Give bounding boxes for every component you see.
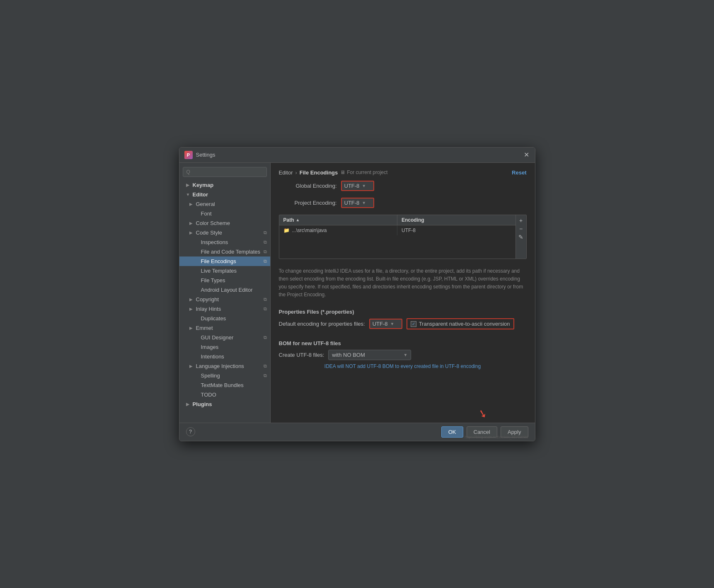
app-icon: P <box>184 151 193 159</box>
default-encoding-select[interactable]: UTF-8 ▼ <box>369 319 402 329</box>
encoding-table: Path ▲ Encoding 📁 ...\src\ma <box>279 215 527 259</box>
sidebar-item-keymap[interactable]: ▶ Keymap <box>179 180 270 190</box>
sidebar-label-intentions: Intentions <box>201 353 224 360</box>
sidebar-label-todo: TODO <box>201 392 216 398</box>
sidebar-label-inspections: Inspections <box>201 239 228 245</box>
sidebar-item-editor[interactable]: ▼ Editor <box>179 190 270 199</box>
idea-note-suffix: to every created file in UTF-8 encoding <box>394 363 481 369</box>
sidebar-label-copyright: Copyright <box>196 296 219 302</box>
sidebar-item-file-encodings[interactable]: File Encodings ⧉ <box>179 256 270 266</box>
idea-note-link[interactable]: UTF-8 BOM <box>367 363 394 369</box>
table-main: Path ▲ Encoding 📁 ...\src\ma <box>279 215 516 259</box>
breadcrumb-editor[interactable]: Editor <box>279 169 293 176</box>
sidebar-label-images: Images <box>201 344 219 350</box>
info-icon: 🖥 <box>340 169 345 175</box>
path-value: ...\src\main\java <box>292 227 327 233</box>
breadcrumb: Editor › File Encodings 🖥 For current pr… <box>279 169 527 176</box>
copy-icon-file-code-templates: ⧉ <box>264 249 267 254</box>
sidebar-item-plugins[interactable]: ▶ Plugins <box>179 399 270 409</box>
sidebar-item-inlay-hints[interactable]: ▶ Inlay Hints ⧉ <box>179 304 270 314</box>
transparent-conversion-checkbox[interactable]: ✓ <box>411 321 416 327</box>
sidebar-item-copyright[interactable]: ▶ Copyright ⧉ <box>179 295 270 304</box>
create-utf8-label: Create UTF-8 files: <box>279 352 324 358</box>
edit-path-button[interactable]: ✎ <box>518 233 525 241</box>
ok-button[interactable]: OK <box>441 426 463 438</box>
sidebar-label-file-types: File Types <box>201 277 225 283</box>
sidebar-item-font[interactable]: Font <box>179 209 270 218</box>
folder-icon: 📁 <box>283 227 290 233</box>
sidebar-label-editor: Editor <box>193 191 208 198</box>
copy-icon-file-encodings: ⧉ <box>264 259 267 264</box>
table-actions: + − ✎ <box>516 215 526 259</box>
global-encoding-row: Global Encoding: UTF-8 ▼ <box>279 181 527 191</box>
sidebar-item-code-style[interactable]: ▶ Code Style ⧉ <box>179 228 270 237</box>
footer-left: ? <box>186 427 195 436</box>
sidebar-item-android-layout-editor[interactable]: Android Layout Editor <box>179 285 270 295</box>
sidebar-item-duplicates[interactable]: Duplicates <box>179 314 270 323</box>
sidebar-label-file-encodings: File Encodings <box>201 258 236 264</box>
description-text: To change encoding IntelliJ IDEA uses fo… <box>279 264 527 302</box>
project-encoding-select[interactable]: UTF-8 ▼ <box>341 198 374 208</box>
sidebar-label-android-layout-editor: Android Layout Editor <box>201 287 253 293</box>
sidebar: ▶ Keymap ▼ Editor ▶ General Font ▶ Colo <box>179 163 271 423</box>
sidebar-label-general: General <box>196 201 215 207</box>
breadcrumb-left: Editor › File Encodings 🖥 For current pr… <box>279 169 388 176</box>
sidebar-item-file-code-templates[interactable]: File and Code Templates ⧉ <box>179 247 270 256</box>
sidebar-item-textmate-bundles[interactable]: TextMate Bundles <box>179 380 270 390</box>
dialog-title: Settings <box>196 152 215 158</box>
help-button[interactable]: ? <box>186 427 195 436</box>
sidebar-label-textmate-bundles: TextMate Bundles <box>201 382 244 388</box>
copy-icon-spelling: ⧉ <box>264 373 267 378</box>
dialog-footer: ? ➘ OK Cancel Apply https://blog.csdn.ne… <box>179 423 535 441</box>
encoding-column-label: Encoding <box>402 217 424 223</box>
sidebar-label-live-templates: Live Templates <box>201 268 237 274</box>
path-column-label: Path <box>283 217 294 223</box>
sidebar-item-intentions[interactable]: Intentions <box>179 352 270 361</box>
add-path-button[interactable]: + <box>518 217 525 224</box>
global-encoding-select[interactable]: UTF-8 ▼ <box>341 181 374 191</box>
sidebar-item-spelling[interactable]: Spelling ⧉ <box>179 371 270 380</box>
transparent-conversion-label: Transparent native-to-ascii conversion <box>419 321 510 327</box>
sidebar-item-images[interactable]: Images <box>179 342 270 352</box>
sidebar-item-language-injections[interactable]: ▶ Language Injections ⧉ <box>179 361 270 371</box>
close-button[interactable]: ✕ <box>523 152 530 158</box>
breadcrumb-arrow: › <box>295 169 297 176</box>
copy-icon-copyright: ⧉ <box>264 297 267 302</box>
sidebar-item-gui-designer[interactable]: GUI Designer ⧉ <box>179 333 270 342</box>
reset-button[interactable]: Reset <box>512 169 526 176</box>
sort-arrow-path[interactable]: ▲ <box>296 218 300 222</box>
sidebar-item-todo[interactable]: TODO <box>179 390 270 399</box>
sidebar-item-live-templates[interactable]: Live Templates <box>179 266 270 276</box>
expand-arrow-color-scheme: ▶ <box>189 221 194 225</box>
search-input[interactable] <box>183 167 267 177</box>
sidebar-item-file-types[interactable]: File Types <box>179 276 270 285</box>
project-encoding-row: Project Encoding: UTF-8 ▼ <box>279 198 527 208</box>
remove-path-button[interactable]: − <box>518 225 525 232</box>
table-cell-path: 📁 ...\src\main\java <box>279 225 397 235</box>
table-row[interactable]: 📁 ...\src\main\java UTF-8 <box>279 225 516 235</box>
idea-note: IDEA will NOT add UTF-8 BOM to every cre… <box>279 363 527 369</box>
sidebar-label-language-injections: Language Injections <box>196 363 244 369</box>
properties-section: Properties Files (*.properties) Default … <box>279 307 527 332</box>
sidebar-item-inspections[interactable]: Inspections ⧉ <box>179 237 270 247</box>
global-encoding-arrow: ▼ <box>362 184 366 188</box>
table-body: 📁 ...\src\main\java UTF-8 <box>279 225 516 259</box>
sidebar-label-plugins: Plugins <box>193 401 212 407</box>
sidebar-item-general[interactable]: ▶ General <box>179 199 270 209</box>
watermark: https://blog.csdn.net/weixin_46703930 <box>465 435 528 439</box>
table-header-path: Path ▲ <box>279 215 397 225</box>
info-text: For current project <box>347 169 387 175</box>
sidebar-label-spelling: Spelling <box>201 373 220 379</box>
create-utf8-select[interactable]: with NO BOM ▼ <box>328 350 411 360</box>
sidebar-item-emmet[interactable]: ▶ Emmet <box>179 323 270 333</box>
sidebar-item-color-scheme[interactable]: ▶ Color Scheme <box>179 218 270 228</box>
transparent-conversion-container: ✓ Transparent native-to-ascii conversion <box>407 318 514 329</box>
expand-arrow-language-injections: ▶ <box>189 364 194 368</box>
settings-dialog: P Settings ✕ ▶ Keymap ▼ Editor ▶ General <box>179 147 535 441</box>
project-encoding-value: UTF-8 <box>344 200 360 206</box>
expand-arrow-keymap: ▶ <box>186 183 191 187</box>
sidebar-label-file-code-templates: File and Code Templates <box>201 249 261 255</box>
default-encoding-row: Default encoding for properties files: U… <box>279 318 527 329</box>
sidebar-label-gui-designer: GUI Designer <box>201 334 234 341</box>
bom-section: BOM for new UTF-8 files Create UTF-8 fil… <box>279 339 527 369</box>
